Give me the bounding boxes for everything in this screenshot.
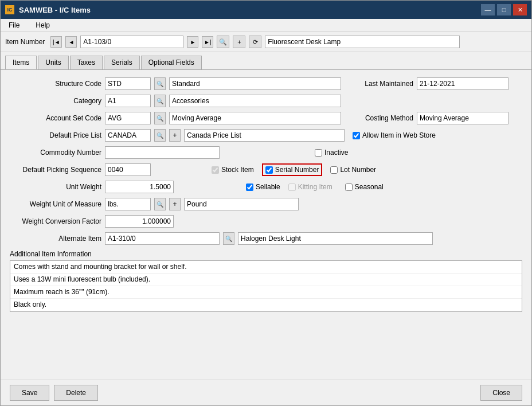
alternate-item-lookup[interactable]: 🔍 bbox=[223, 232, 234, 245]
menu-help[interactable]: Help bbox=[32, 20, 53, 30]
price-list-label: Default Price List bbox=[10, 131, 101, 139]
last-maintained-input[interactable] bbox=[417, 77, 508, 90]
last-maintained-label: Last Maintained bbox=[345, 80, 413, 88]
serial-number-box: Serial Number bbox=[262, 163, 323, 176]
window-title: SAMWEB - I/C Items bbox=[19, 6, 91, 14]
allow-web-store-label: Allow Item in Web Store bbox=[362, 131, 436, 139]
costing-method-label: Costing Method bbox=[345, 114, 413, 122]
inactive-label: Inactive bbox=[324, 149, 348, 157]
category-input[interactable] bbox=[105, 95, 151, 107]
info-line-3[interactable]: Maximum reach is 36"" (91cm). bbox=[10, 286, 522, 299]
structure-code-input[interactable] bbox=[105, 77, 151, 90]
info-line-1[interactable]: Comes with stand and mounting bracket fo… bbox=[10, 261, 522, 274]
account-set-desc-input[interactable] bbox=[169, 112, 341, 124]
info-line-4[interactable]: Black only. bbox=[10, 299, 522, 311]
refresh-button[interactable]: ⟳ bbox=[249, 36, 261, 48]
alternate-item-label: Alternate Item bbox=[10, 235, 101, 243]
weight-uom-add[interactable]: + bbox=[169, 198, 181, 210]
price-list-code-input[interactable] bbox=[105, 129, 151, 142]
structure-code-label: Structure Code bbox=[10, 80, 101, 88]
lot-number-label: Lot Number bbox=[340, 166, 376, 174]
picking-sequence-row: Default Picking Sequence Stock Item Seri… bbox=[10, 163, 522, 177]
unit-weight-label: Unit Weight bbox=[10, 183, 101, 191]
unit-weight-row: Unit Weight Sellable Kitting Item Season… bbox=[10, 180, 522, 194]
additional-info-textarea[interactable]: Comes with stand and mounting bracket fo… bbox=[10, 260, 522, 312]
structure-code-row: Structure Code 🔍 Last Maintained bbox=[10, 77, 522, 91]
item-number-input[interactable] bbox=[80, 36, 183, 48]
allow-web-store-checkbox[interactable] bbox=[353, 132, 360, 139]
price-list-lookup[interactable]: 🔍 bbox=[154, 129, 166, 142]
nav-first-button[interactable]: |◄ bbox=[50, 36, 62, 48]
account-set-label: Account Set Code bbox=[10, 114, 101, 122]
serial-number-label: Serial Number bbox=[275, 166, 319, 174]
tabs-bar: Items Units Taxes Serials Optional Field… bbox=[1, 52, 531, 69]
menu-file[interactable]: File bbox=[5, 20, 23, 30]
unit-weight-input[interactable] bbox=[105, 181, 174, 193]
commodity-row: Commodity Number Inactive bbox=[10, 146, 522, 159]
seasonal-label: Seasonal bbox=[355, 183, 384, 191]
stock-item-checkbox[interactable] bbox=[212, 166, 219, 174]
lot-number-checkbox[interactable] bbox=[330, 166, 338, 174]
costing-method-input[interactable] bbox=[417, 112, 508, 124]
weight-conversion-input[interactable] bbox=[105, 215, 174, 228]
price-list-desc-input[interactable] bbox=[184, 129, 345, 142]
weight-uom-lookup[interactable]: 🔍 bbox=[154, 198, 166, 210]
search-button[interactable]: 🔍 bbox=[217, 36, 229, 48]
item-description-input[interactable] bbox=[265, 36, 460, 48]
category-label: Category bbox=[10, 97, 101, 105]
kitting-item-checkbox[interactable] bbox=[288, 184, 296, 191]
app-icon: IC bbox=[5, 5, 14, 14]
nav-prev-button[interactable]: ◄ bbox=[65, 36, 77, 48]
menu-bar: File Help bbox=[1, 19, 531, 32]
account-set-lookup[interactable]: 🔍 bbox=[154, 112, 166, 124]
commodity-label: Commodity Number bbox=[10, 149, 101, 157]
tab-taxes[interactable]: Taxes bbox=[70, 56, 103, 69]
window-controls: — □ ✕ bbox=[481, 4, 527, 15]
add-item-button[interactable]: + bbox=[233, 36, 245, 48]
structure-code-desc-input[interactable] bbox=[169, 77, 341, 90]
weight-uom-input[interactable] bbox=[105, 198, 151, 210]
category-desc-input[interactable] bbox=[169, 95, 341, 107]
price-list-add[interactable]: + bbox=[169, 129, 181, 142]
weight-conversion-row: Weight Conversion Factor bbox=[10, 214, 522, 228]
additional-info-section: Additional Item Information Comes with s… bbox=[10, 250, 522, 312]
category-lookup[interactable]: 🔍 bbox=[154, 95, 166, 107]
minimize-button[interactable]: — bbox=[481, 4, 495, 15]
weight-conversion-label: Weight Conversion Factor bbox=[10, 217, 101, 225]
weight-uom-desc-input[interactable] bbox=[184, 198, 299, 210]
alternate-item-desc-input[interactable] bbox=[238, 232, 433, 245]
picking-sequence-label: Default Picking Sequence bbox=[10, 166, 101, 174]
tab-units[interactable]: Units bbox=[38, 56, 68, 69]
seasonal-checkbox[interactable] bbox=[345, 184, 353, 191]
info-line-2[interactable]: Uses a 13W mini fluorescent bulb (includ… bbox=[10, 274, 522, 286]
main-window: IC SAMWEB - I/C Items — □ ✕ File Help It… bbox=[0, 0, 532, 406]
alternate-item-input[interactable] bbox=[105, 232, 220, 245]
structure-code-lookup[interactable]: 🔍 bbox=[154, 77, 166, 90]
picking-sequence-input[interactable] bbox=[105, 163, 151, 176]
alternate-item-row: Alternate Item 🔍 bbox=[10, 232, 522, 245]
tab-optional-fields[interactable]: Optional Fields bbox=[141, 56, 202, 69]
delete-button[interactable]: Delete bbox=[54, 385, 98, 401]
additional-info-label: Additional Item Information bbox=[10, 250, 522, 258]
account-set-input[interactable] bbox=[105, 112, 151, 124]
maximize-button[interactable]: □ bbox=[497, 4, 511, 15]
item-number-label: Item Number bbox=[5, 38, 45, 46]
toolbar: Item Number |◄ ◄ ► ►| 🔍 + ⟳ bbox=[1, 32, 531, 52]
weight-uom-row: Weight Unit of Measure 🔍 + bbox=[10, 197, 522, 211]
weight-uom-label: Weight Unit of Measure bbox=[10, 200, 101, 208]
title-bar: IC SAMWEB - I/C Items — □ ✕ bbox=[1, 1, 531, 19]
serial-number-checkbox[interactable] bbox=[265, 166, 273, 174]
nav-next-button[interactable]: ► bbox=[187, 36, 198, 48]
save-button[interactable]: Save bbox=[10, 385, 49, 401]
tab-items[interactable]: Items bbox=[5, 56, 37, 69]
kitting-item-label: Kitting Item bbox=[298, 183, 332, 191]
commodity-input[interactable] bbox=[105, 146, 220, 159]
tab-serials[interactable]: Serials bbox=[104, 56, 140, 69]
sellable-checkbox[interactable] bbox=[246, 184, 253, 191]
close-button[interactable]: Close bbox=[480, 385, 522, 401]
account-set-row: Account Set Code 🔍 Costing Method bbox=[10, 111, 522, 125]
nav-last-button[interactable]: ►| bbox=[202, 36, 213, 48]
category-row: Category 🔍 bbox=[10, 94, 522, 108]
inactive-checkbox[interactable] bbox=[315, 149, 322, 157]
close-window-button[interactable]: ✕ bbox=[513, 4, 527, 15]
